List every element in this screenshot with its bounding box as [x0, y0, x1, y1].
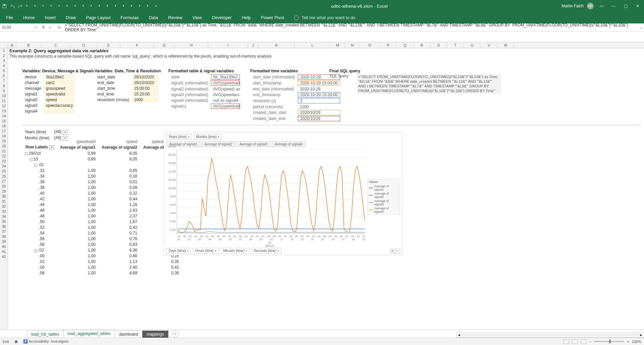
col-header-U[interactable]: U [464, 42, 481, 48]
zoom-slider[interactable] [594, 341, 624, 342]
chart-value-tabs[interactable]: Average of signal1Average of signal2Aver… [164, 141, 402, 148]
row-header-36[interactable]: 36 [0, 224, 8, 229]
normal-view-icon[interactable] [563, 339, 569, 344]
sheet-tab-load_aggregated_tables[interactable]: load_aggregated_tables [63, 330, 115, 338]
qat-icon[interactable]: • [115, 4, 119, 8]
pivot-row-label[interactable]: .50 [23, 219, 57, 224]
zoom-out-icon[interactable]: − [589, 340, 591, 344]
col-header-J[interactable]: J [248, 42, 259, 48]
pivot-row-label[interactable]: .00 [23, 253, 57, 258]
pivot-row-label[interactable]: .54 [23, 230, 57, 235]
col-header-L[interactable]: L [295, 42, 330, 48]
save-icon[interactable] [2, 4, 7, 8]
chart-filter-chip[interactable]: Minutes (time) ▾ [221, 248, 249, 254]
sheet-tab-mappings[interactable]: mappings [142, 331, 168, 338]
row-header-22[interactable]: 22 [0, 154, 8, 159]
scroll-left-icon[interactable]: ◀ [457, 333, 462, 337]
pivot-row-label[interactable]: .52 [23, 225, 57, 230]
row-header-8[interactable]: 8 [0, 83, 8, 88]
row-header-17[interactable]: 17 [0, 129, 8, 134]
tellme-text[interactable]: Tell me what you want to do [302, 15, 355, 20]
row-header-28[interactable]: 28 [0, 184, 8, 189]
sheet-tab-load_full_tables[interactable]: load_full_tables [27, 331, 63, 338]
row-header-15[interactable]: 15 [0, 119, 8, 124]
row-header-38[interactable]: 38 [0, 234, 8, 239]
pivot-row-label[interactable]: .46 [23, 208, 57, 213]
qat-icon[interactable]: • [50, 4, 55, 8]
col-header-T[interactable]: T [447, 42, 464, 48]
page-layout-view-icon[interactable] [572, 339, 578, 344]
var-value[interactable]: speed [44, 97, 75, 102]
qat-icon[interactable]: • [58, 4, 63, 8]
chart-filter-chip[interactable]: Months (time) ▾ [194, 134, 222, 140]
row-header-29[interactable]: 29 [0, 189, 8, 194]
qat-icon[interactable]: • [83, 4, 87, 8]
row-header-35[interactable]: 35 [0, 219, 8, 224]
row-header-21[interactable]: 21 [0, 149, 8, 154]
row-header-37[interactable]: 37 [0, 229, 8, 234]
qat-icon[interactable]: • [147, 4, 152, 8]
row-header-3[interactable]: 3 [0, 58, 8, 63]
col-header-I[interactable]: I [208, 42, 248, 48]
minimize-icon[interactable]: — [609, 2, 618, 10]
row-header-42[interactable]: 42 [0, 254, 8, 259]
chart-filter-chip[interactable]: Days (time) ▾ [166, 248, 191, 254]
var-value[interactable]: 29/10/2020 [132, 74, 159, 79]
var-value[interactable]: 1000 [132, 97, 159, 102]
row-header-18[interactable]: 18 [0, 134, 8, 139]
pivot-row-label[interactable]: .06 [23, 270, 57, 275]
row-header-4[interactable]: 4 [0, 63, 8, 68]
pivot-row-label[interactable]: .38 [23, 185, 57, 190]
row-header-2[interactable]: 2 [0, 53, 8, 58]
row-header-1[interactable]: 1 [0, 48, 8, 53]
user-avatar[interactable]: MF [587, 3, 594, 9]
qat-icon[interactable]: • [66, 4, 71, 8]
pivot-row-label[interactable]: .32 [23, 168, 57, 173]
horizontal-scrollbar[interactable]: ◀▶ [456, 332, 644, 338]
row-header-40[interactable]: 40 [0, 244, 8, 249]
pivot-row-label[interactable]: -29/Oct [23, 151, 57, 156]
var-value[interactable] [44, 109, 75, 114]
chart-filter-row-top[interactable]: Years (time) ▾Months (time) ▾ [164, 132, 402, 141]
col-header-F[interactable]: F [120, 42, 154, 48]
row-header-24[interactable]: 24 [0, 164, 8, 169]
expand-collapse-icon[interactable]: - [34, 249, 37, 252]
col-header-P[interactable]: P [380, 42, 397, 48]
pivot-row-label[interactable]: .34 [23, 174, 57, 179]
maximize-icon[interactable]: ▢ [621, 2, 630, 10]
pivot-row-label[interactable]: .44 [23, 202, 57, 207]
expand-collapse-icon[interactable]: - [34, 164, 37, 167]
worksheet-grid[interactable]: 1234567891011121314151617181920212223242… [0, 48, 644, 330]
accept-formula-icon[interactable]: ✓ [49, 25, 52, 30]
row-header-5[interactable]: 5 [0, 68, 8, 73]
pivot-row-label[interactable]: .56 [23, 236, 57, 241]
row-header-30[interactable]: 30 [0, 194, 8, 199]
close-icon[interactable]: ✕ [633, 2, 642, 10]
pivot-row-label[interactable]: -.02 [23, 248, 57, 253]
var-value[interactable]: 3ba199e2 [44, 74, 75, 79]
cancel-formula-icon[interactable]: ✕ [42, 25, 45, 30]
undo-icon[interactable] [10, 4, 15, 8]
col-header-D[interactable]: D [71, 42, 97, 48]
pivot-row-label[interactable]: .58 [23, 242, 57, 247]
col-header-O[interactable]: O [360, 42, 380, 48]
fx-icon[interactable]: fx [55, 25, 63, 30]
chart-collapse-icon[interactable]: − [395, 249, 400, 254]
row-header-32[interactable]: 32 [0, 204, 8, 209]
sheet-tab-dashboard[interactable]: dashboard [115, 331, 143, 338]
pivot-row-label[interactable]: .04 [23, 265, 57, 270]
pivot-row-label[interactable]: .48 [23, 213, 57, 218]
pivot-row-label[interactable]: -.01 [23, 162, 57, 167]
macro-record-icon[interactable]: ▣ [14, 339, 18, 344]
qat-icon[interactable]: • [34, 4, 39, 8]
chart-series-tab[interactable]: Average of signal3 [236, 141, 270, 147]
name-box[interactable]: SUM [0, 24, 34, 30]
formula-input[interactable]: ="SELECT FROM_UNIXTIME(FLOOR(TO_UNIXTIME… [63, 22, 639, 33]
ribbon-display-icon[interactable]: ▭ [597, 2, 606, 10]
col-header-A[interactable]: A [8, 42, 16, 48]
row-header-34[interactable]: 34 [0, 214, 8, 219]
col-header-H[interactable]: H [175, 42, 208, 48]
pivot-value-header[interactable]: Row Labels▾ [23, 145, 57, 150]
row-header-16[interactable]: 16 [0, 124, 8, 129]
ribbon-tab-insert[interactable]: Insert [40, 12, 61, 23]
